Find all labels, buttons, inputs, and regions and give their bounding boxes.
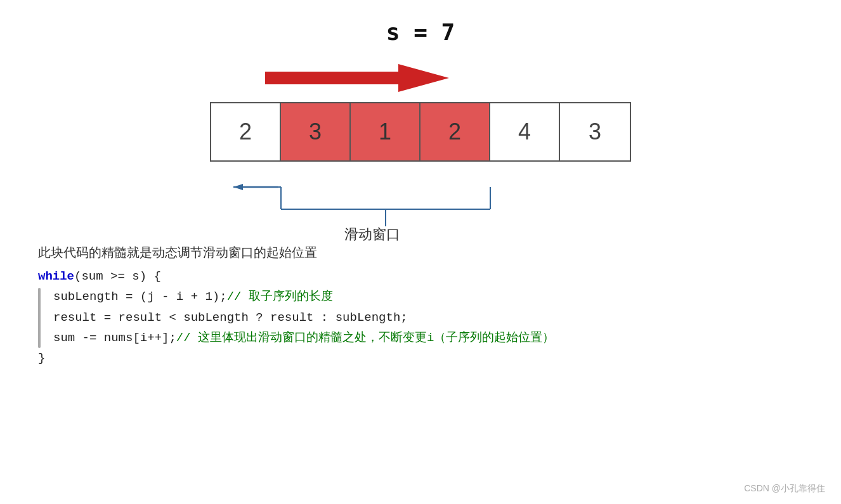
- main-container: s = 7 2 3 1 2 4 3: [0, 0, 841, 504]
- code-line-5: }: [38, 348, 736, 368]
- code-line2-text: subLength = (j - i + 1);: [53, 287, 227, 307]
- code-line2-comment: // 取子序列的长度: [227, 287, 333, 307]
- code-section: 此块代码的精髓就是动态调节滑动窗口的起始位置 while (sum >= s) …: [38, 244, 736, 368]
- svg-text:滑动窗口: 滑动窗口: [344, 226, 400, 242]
- array-cell-4: 4: [490, 103, 560, 160]
- code-bar: [38, 288, 41, 348]
- code-line-1: while (sum >= s) {: [38, 266, 736, 287]
- code-line1-rest: (sum >= s) {: [74, 266, 161, 287]
- description-text: 此块代码的精髓就是动态调节滑动窗口的起始位置: [38, 244, 736, 261]
- code-block: while (sum >= s) { subLength = (j - i + …: [38, 266, 736, 368]
- code-indented-lines: subLength = (j - i + 1); // 取子序列的长度 resu…: [53, 287, 554, 348]
- window-bracket-svg: 滑动窗口: [183, 181, 658, 244]
- watermark: CSDN @小孔靠得住: [744, 483, 825, 494]
- array-cell-3: 2: [420, 103, 490, 160]
- svg-marker-4: [233, 184, 243, 190]
- window-label-section: 滑动窗口: [183, 181, 658, 244]
- arrow-section: [183, 58, 658, 99]
- code-line-2: subLength = (j - i + 1); // 取子序列的长度: [53, 287, 554, 307]
- title: s = 7: [386, 19, 455, 45]
- array-cell-1: 3: [281, 103, 351, 160]
- array-cell-5: 3: [560, 103, 630, 160]
- code-line4-comment: // 这里体现出滑动窗口的精髓之处，不断变更i（子序列的起始位置）: [176, 328, 555, 348]
- red-arrow-svg: [252, 58, 455, 99]
- code-line5-text: }: [38, 348, 45, 368]
- svg-marker-0: [265, 64, 449, 92]
- code-line-3: result = result < subLength ? result : s…: [53, 307, 554, 328]
- array-container: 2 3 1 2 4 3: [210, 102, 631, 162]
- array-cell-0: 2: [211, 103, 281, 160]
- keyword-while: while: [38, 266, 74, 287]
- code-indented-block: subLength = (j - i + 1); // 取子序列的长度 resu…: [38, 287, 736, 348]
- code-line-4: sum -= nums[i++]; // 这里体现出滑动窗口的精髓之处，不断变更…: [53, 328, 554, 348]
- array-cell-2: 1: [351, 103, 420, 160]
- code-line3-text: result = result < subLength ? result : s…: [53, 307, 408, 328]
- code-line4-text: sum -= nums[i++];: [53, 328, 176, 348]
